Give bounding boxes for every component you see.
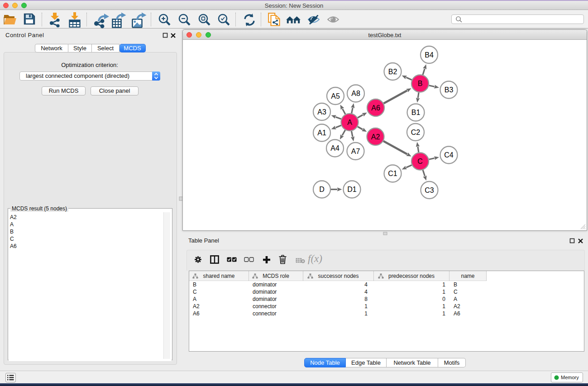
svg-text:A8: A8 [351,90,360,97]
svg-text:C2: C2 [411,129,421,136]
svg-text:C: C [417,157,423,165]
svg-text:A6: A6 [371,104,380,112]
svg-text:A7: A7 [351,148,360,155]
svg-text:B3: B3 [445,86,454,94]
svg-text:C3: C3 [425,186,434,194]
svg-text:B4: B4 [425,51,434,59]
svg-text:D1: D1 [347,186,357,193]
svg-text:A2: A2 [371,133,380,141]
svg-text:B: B [418,80,423,87]
svg-text:C1: C1 [388,170,397,177]
svg-text:A1: A1 [317,129,326,137]
svg-text:A3: A3 [317,108,326,116]
svg-text:A5: A5 [331,92,340,100]
svg-text:B2: B2 [388,68,397,76]
svg-text:A4: A4 [330,144,339,152]
svg-text:D: D [319,186,325,193]
svg-text:A: A [347,119,352,126]
svg-text:B1: B1 [411,109,421,116]
svg-text:C4: C4 [444,151,454,159]
